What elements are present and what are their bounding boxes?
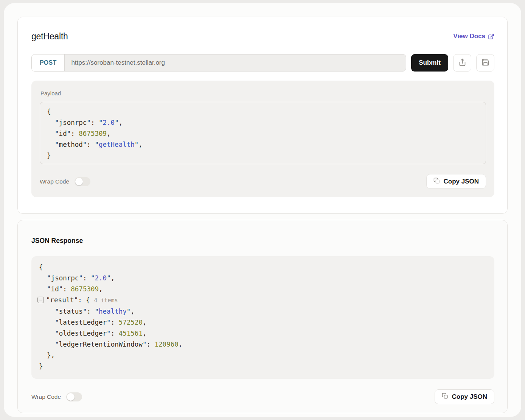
code-token: "method": ": [47, 141, 99, 148]
code-line: "oldestLedger": 451561,: [39, 328, 487, 339]
code-token: 4 items: [94, 297, 118, 304]
view-docs-label: View Docs: [453, 33, 485, 40]
code-token: ",: [127, 308, 135, 315]
wrap-code-label: Wrap Code: [31, 394, 61, 400]
url-input[interactable]: [65, 54, 406, 71]
code-line: "status": "healthy",: [39, 306, 487, 317]
code-token: "result": {: [46, 296, 94, 304]
code-line: "method": "getHealth",: [47, 139, 479, 150]
copy-icon: [433, 177, 440, 186]
code-token: 8675309: [71, 285, 99, 293]
code-token: healthy: [99, 308, 127, 315]
code-token: 8675309: [79, 130, 107, 137]
code-token: "id":: [39, 285, 71, 293]
copy-icon: [442, 393, 448, 401]
code-line: }: [47, 150, 479, 161]
code-line: "result": { 4 items: [39, 295, 487, 306]
share-request-button[interactable]: [453, 54, 471, 72]
submit-button[interactable]: Submit: [411, 54, 448, 72]
payload-footer: Wrap Code Copy JSON: [40, 174, 486, 189]
code-token: }: [47, 152, 51, 159]
copy-json-label: Copy JSON: [443, 178, 479, 185]
toggle-knob: [75, 178, 83, 185]
save-icon: [482, 58, 489, 67]
code-token: ,: [99, 285, 103, 293]
wrap-code-group: Wrap Code: [40, 177, 90, 186]
request-bar: POST Submit: [31, 54, 494, 72]
code-token: "jsonrpc": ": [39, 274, 95, 282]
code-line: "latestLedger": 572520,: [39, 317, 487, 328]
code-token: "latestLedger":: [39, 319, 119, 326]
code-token: "id":: [47, 130, 79, 137]
code-line: },: [39, 350, 487, 361]
copy-json-button[interactable]: Copy JSON: [435, 389, 494, 404]
app-surface: getHealth View Docs POST Submit: [4, 3, 521, 417]
code-token: "jsonrpc": ": [47, 119, 103, 126]
code-token: getHealth: [99, 141, 135, 148]
payload-label: Payload: [40, 90, 486, 96]
code-token: "oldestLedger":: [39, 330, 119, 337]
collapse-node-icon[interactable]: [37, 297, 44, 303]
wrap-code-toggle[interactable]: [66, 392, 82, 401]
payload-panel: Payload { "jsonrpc": "2.0", "id": 867530…: [31, 81, 494, 197]
response-code-viewer: { "jsonrpc": "2.0", "id": 8675309,"resul…: [31, 256, 494, 379]
code-line: "ledgerRetentionWindow": 120960,: [39, 339, 487, 350]
code-token: ",: [115, 119, 123, 126]
wrap-code-label: Wrap Code: [40, 178, 69, 185]
view-docs-link[interactable]: View Docs: [453, 33, 494, 40]
code-token: ,: [107, 130, 111, 137]
code-line: {: [39, 262, 487, 273]
code-token: }: [39, 362, 43, 370]
copy-json-label: Copy JSON: [452, 393, 487, 401]
code-line: "id": 8675309,: [39, 284, 487, 295]
code-line: "jsonrpc": "2.0",: [39, 273, 487, 284]
method-title: getHealth: [31, 31, 68, 42]
payload-editor[interactable]: { "jsonrpc": "2.0", "id": 8675309, "meth…: [40, 102, 486, 164]
code-token: "ledgerRetentionWindow":: [39, 341, 155, 348]
code-token: 2.0: [103, 119, 115, 126]
request-card: getHealth View Docs POST Submit: [17, 17, 508, 214]
external-link-icon: [488, 33, 494, 40]
toggle-knob: [67, 393, 75, 401]
save-request-button[interactable]: [476, 54, 494, 72]
code-token: 120960: [155, 341, 179, 348]
code-token: {: [47, 108, 51, 115]
response-title: JSON Response: [31, 237, 494, 245]
code-line: "id": 8675309,: [47, 128, 479, 139]
code-line: "jsonrpc": "2.0",: [47, 117, 479, 128]
code-token: ,: [143, 319, 147, 326]
code-line: }: [39, 361, 487, 372]
method-badge: POST: [32, 54, 65, 71]
request-card-header: getHealth View Docs: [31, 30, 494, 43]
code-token: {: [39, 263, 43, 271]
wrap-code-group: Wrap Code: [31, 392, 82, 401]
code-line: {: [47, 106, 479, 117]
code-token: },: [39, 352, 55, 359]
url-group: POST: [31, 54, 406, 72]
code-token: "status": ": [39, 308, 99, 315]
code-token: 451561: [119, 330, 143, 337]
code-token: ,: [143, 330, 147, 337]
code-token: 2.0: [95, 274, 107, 282]
response-card: JSON Response { "jsonrpc": "2.0", "id": …: [17, 220, 508, 413]
code-token: ",: [107, 274, 115, 282]
wrap-code-toggle[interactable]: [75, 177, 90, 186]
copy-json-button[interactable]: Copy JSON: [426, 174, 486, 189]
code-token: ",: [135, 141, 143, 148]
share-icon: [458, 58, 466, 67]
code-token: ,: [179, 341, 183, 348]
code-token: 572520: [119, 319, 143, 326]
response-footer: Wrap Code Copy JSON: [31, 389, 494, 404]
